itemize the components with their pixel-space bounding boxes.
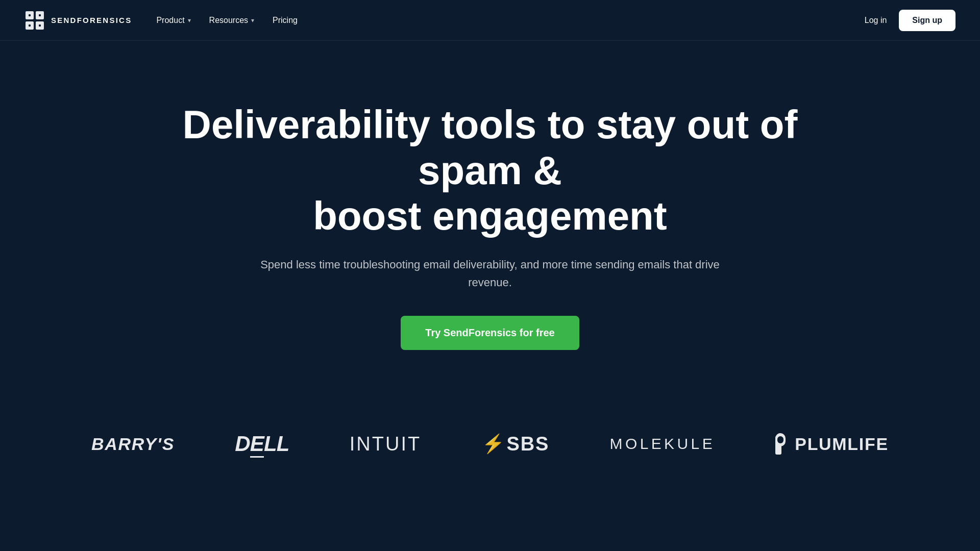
hero-title-line1: Deliverability tools to stay out of spam… [183,102,798,193]
logos-section: BARRY'S DELL intuit ⚡ SBS MOLEKULE pluml… [0,401,980,487]
signup-button[interactable]: Sign up [899,10,955,31]
svg-rect-6 [29,24,31,27]
nav-pricing-label: Pricing [273,16,298,25]
nav-left: SENDFORENSICS Product ▾ Resources ▾ Pric… [24,10,298,31]
navbar: SENDFORENSICS Product ▾ Resources ▾ Pric… [0,0,980,41]
nav-pricing[interactable]: Pricing [273,16,298,25]
svg-rect-7 [39,24,41,27]
sbs-lightning-icon: ⚡ [482,433,505,455]
sbs-logo-text: SBS [507,433,550,455]
molekule-logo-text: MOLEKULE [610,435,716,453]
brand-name: SENDFORENSICS [51,16,132,24]
plumlife-logo-text: plumlife [795,434,889,454]
hero-title: Deliverability tools to stay out of spam… [158,102,822,239]
hero-section: Deliverability tools to stay out of spam… [0,41,980,391]
dell-logo-text: DELL [235,432,289,456]
nav-right: Log in Sign up [865,10,955,31]
nav-product[interactable]: Product ▾ [156,16,190,25]
svg-rect-10 [777,436,783,443]
nav-menu: Product ▾ Resources ▾ Pricing [156,16,298,25]
logo-intuit: intuit [350,433,422,455]
logo-molekule: MOLEKULE [610,435,716,453]
nav-resources-label: Resources [209,16,248,25]
hero-title-line2: boost engagement [313,193,667,238]
logo-plumlife: plumlife [775,433,889,455]
barrys-logo-text: BARRY'S [91,434,175,454]
intuit-logo-text: intuit [350,433,422,455]
product-chevron-icon: ▾ [188,17,191,24]
nav-resources[interactable]: Resources ▾ [209,16,254,25]
hero-subtitle: Spend less time troubleshooting email de… [260,256,720,291]
resources-chevron-icon: ▾ [251,17,254,24]
logo-sbs: ⚡ SBS [482,433,550,455]
plumlife-icon [775,433,791,455]
svg-rect-5 [39,14,41,16]
logo-barrys: BARRY'S [91,434,175,454]
logo-icon [24,10,45,31]
logo-dell: DELL [235,432,289,456]
cta-button[interactable]: Try SendForensics for free [401,316,579,350]
nav-product-label: Product [156,16,184,25]
logo-link[interactable]: SENDFORENSICS [24,10,132,31]
svg-rect-4 [29,14,31,16]
login-button[interactable]: Log in [865,16,887,25]
